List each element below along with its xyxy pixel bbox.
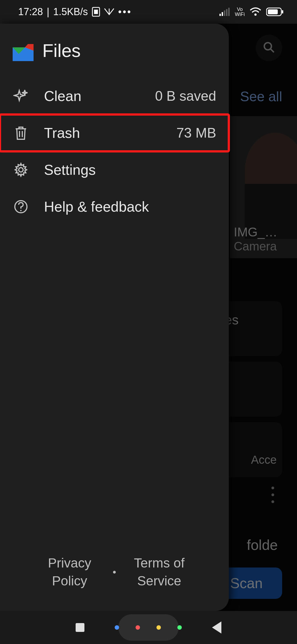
overflow-menu-icon[interactable] — [266, 487, 279, 503]
drawer-item-clean[interactable]: Clean 0 B saved — [0, 78, 229, 114]
footer-separator-dot — [113, 571, 116, 574]
svg-rect-10 — [268, 9, 278, 14]
svg-point-12 — [264, 43, 271, 50]
drawer-item-label: Clean — [44, 88, 140, 104]
see-all-link[interactable]: See all — [240, 89, 282, 105]
files-app-icon — [13, 40, 34, 61]
svg-rect-6 — [226, 9, 227, 16]
privacy-policy-link[interactable]: Privacy Policy — [39, 554, 100, 590]
search-button[interactable] — [256, 35, 282, 61]
drawer-header: Files — [0, 24, 229, 78]
navigation-drawer: Files Clean 0 B saved — [0, 24, 229, 611]
svg-point-16 — [19, 168, 23, 172]
terms-of-service-link[interactable]: Terms of Service — [129, 554, 189, 590]
nav-home-button[interactable] — [115, 625, 182, 630]
drawer-item-label: Help & feedback — [44, 198, 216, 215]
drawer-item-help[interactable]: Help & feedback — [0, 188, 229, 225]
drawer-item-trash[interactable]: Trash 73 MB — [0, 114, 229, 151]
privacy-policy-text: Privacy Policy — [39, 554, 100, 590]
terms-of-service-text: Terms of Service — [129, 554, 189, 590]
drawer-footer: Privacy Policy Terms of Service — [0, 554, 229, 611]
drawer-item-settings[interactable]: Settings — [0, 151, 229, 188]
svg-rect-1 — [94, 10, 98, 14]
help-icon — [13, 199, 29, 214]
svg-rect-4 — [222, 12, 223, 16]
status-netspeed: 1.5KB/s — [53, 6, 88, 18]
vowifi-icon: Vo WiFi — [235, 7, 245, 17]
svg-rect-7 — [228, 8, 230, 16]
trash-icon — [13, 125, 29, 141]
category-access: Acce — [251, 453, 282, 466]
battery-icon — [266, 7, 284, 16]
wifi-icon — [250, 7, 261, 16]
vowifi-bottom: WiFi — [235, 12, 245, 17]
recent-thumbnail[interactable]: IMG_… Camera — [230, 116, 297, 258]
svg-rect-11 — [282, 10, 283, 13]
svg-rect-3 — [219, 14, 221, 16]
search-icon — [262, 41, 276, 55]
vowifi-top: Vo — [237, 7, 243, 12]
thumbnail-source: Camera — [234, 239, 277, 253]
drawer-item-meta: 0 B saved — [155, 88, 216, 104]
sparkle-icon — [13, 88, 29, 104]
system-nav-bar — [0, 611, 297, 644]
svg-line-13 — [271, 49, 274, 52]
gear-icon — [13, 162, 29, 178]
drawer-item-label: Trash — [44, 125, 161, 141]
svg-point-18 — [20, 210, 22, 211]
drawer-item-meta: 73 MB — [176, 125, 216, 141]
status-right: Vo WiFi — [219, 7, 284, 17]
nav-back-button[interactable] — [212, 621, 221, 634]
status-bar: 17:28 | 1.5KB/s ••• Vo WiFi — [0, 0, 297, 24]
thumbnail-filename: IMG_… — [234, 225, 277, 239]
status-divider: | — [47, 6, 49, 18]
nav-recent-button[interactable] — [76, 623, 84, 632]
drawer-items: Clean 0 B saved Trash 73 MB — [0, 78, 229, 225]
status-left: 17:28 | 1.5KB/s ••• — [18, 6, 132, 18]
drawer-item-label: Settings — [44, 162, 216, 178]
arrow-icon — [104, 8, 114, 16]
drawer-title: Files — [42, 40, 81, 61]
sim-icon — [92, 7, 100, 17]
screen-root: 17:28 | 1.5KB/s ••• Vo WiFi — [0, 0, 297, 644]
status-time: 17:28 — [18, 6, 43, 18]
more-dots-icon: ••• — [118, 6, 132, 18]
svg-point-8 — [254, 13, 257, 16]
svg-rect-5 — [224, 10, 225, 16]
signal-icon — [219, 8, 230, 16]
